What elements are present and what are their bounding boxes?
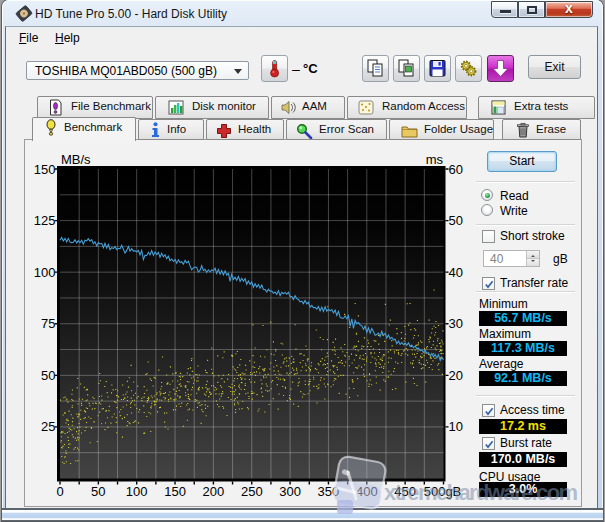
svg-text:xtremehardware.com: xtremehardware.com — [384, 480, 578, 505]
